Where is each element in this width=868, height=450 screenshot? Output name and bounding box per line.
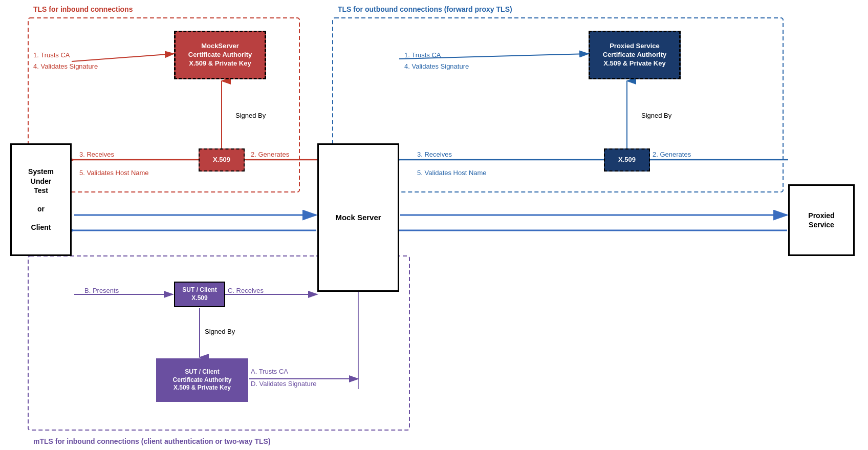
svg-line-15 <box>72 54 174 61</box>
label-validates-host-5: 5. Validates Host Name <box>79 169 149 177</box>
label-receives-3: 3. Receives <box>79 151 114 158</box>
sut-ca-box: SUT / ClientCertificate AuthorityX.509 &… <box>156 358 248 402</box>
red-x509-label: X.509 <box>213 156 230 164</box>
blue-x509-box: X.509 <box>604 148 650 172</box>
label-validates-sig-d: D. Validates Signature <box>251 380 316 388</box>
mock-server-label: Mock Server <box>335 212 381 223</box>
label-signed-by-left: Signed By <box>235 112 266 119</box>
label-validates-sig-4-right: 4. Validates Signature <box>404 62 469 70</box>
proxied-service-label: ProxiedService <box>808 211 834 229</box>
red-x509-box: X.509 <box>199 148 245 172</box>
label-trusts-ca-a: A. Trusts CA <box>251 368 288 375</box>
sut-x509-box: SUT / ClientX.509 <box>174 282 225 307</box>
system-under-test-label: SystemUnderTestorClient <box>28 167 54 232</box>
label-validates-host-5-right: 5. Validates Host Name <box>417 169 487 177</box>
label-presents-b: B. Presents <box>84 287 119 294</box>
mock-server-box: Mock Server <box>317 143 399 292</box>
label-signed-by-right: Signed By <box>641 112 671 119</box>
mockserver-ca-box: MockServerCertificate AuthorityX.509 & P… <box>174 31 266 79</box>
label-validates-sig-4: 4. Validates Signature <box>33 62 98 70</box>
proxied-service-box: ProxiedService <box>788 184 855 256</box>
label-receives-3-right: 3. Receives <box>417 151 452 158</box>
label-receives-c: C. Receives <box>228 287 264 294</box>
tls-inbound-label: TLS for inbound connections <box>33 5 133 13</box>
system-under-test-box: SystemUnderTestorClient <box>10 143 72 256</box>
proxied-ca-label: Proxied ServiceCertificate AuthorityX.50… <box>603 42 666 68</box>
label-generates-2-right: 2. Generates <box>653 151 691 158</box>
label-signed-by-bottom: Signed By <box>205 328 235 335</box>
mockserver-ca-label: MockServerCertificate AuthorityX.509 & P… <box>188 42 252 68</box>
mtls-label: mTLS for inbound connections (client aut… <box>33 437 271 445</box>
sut-x509-label: SUT / ClientX.509 <box>182 286 216 302</box>
sut-ca-label: SUT / ClientCertificate AuthorityX.509 &… <box>173 368 232 392</box>
label-trusts-ca-1: 1. Trusts CA <box>33 51 70 59</box>
svg-rect-13 <box>333 18 783 192</box>
diagram-container: TLS for inbound connections TLS for outb… <box>0 0 868 450</box>
label-generates-2: 2. Generates <box>251 151 289 158</box>
proxied-ca-box: Proxied ServiceCertificate AuthorityX.50… <box>589 31 681 79</box>
blue-x509-label: X.509 <box>618 156 636 164</box>
label-trusts-ca-1-right: 1. Trusts CA <box>404 51 441 59</box>
tls-outbound-label: TLS for outbound connections (forward pr… <box>338 5 512 13</box>
